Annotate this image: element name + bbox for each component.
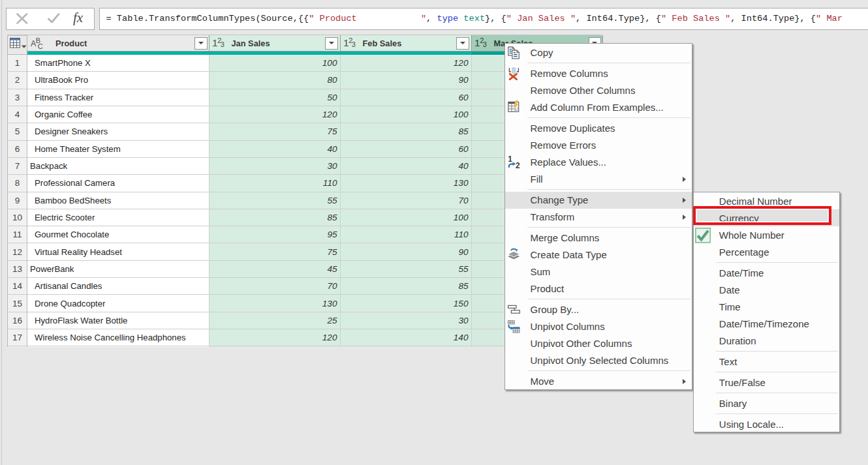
svg-text:2: 2 <box>516 161 520 170</box>
svg-text:1: 1 <box>508 155 512 164</box>
